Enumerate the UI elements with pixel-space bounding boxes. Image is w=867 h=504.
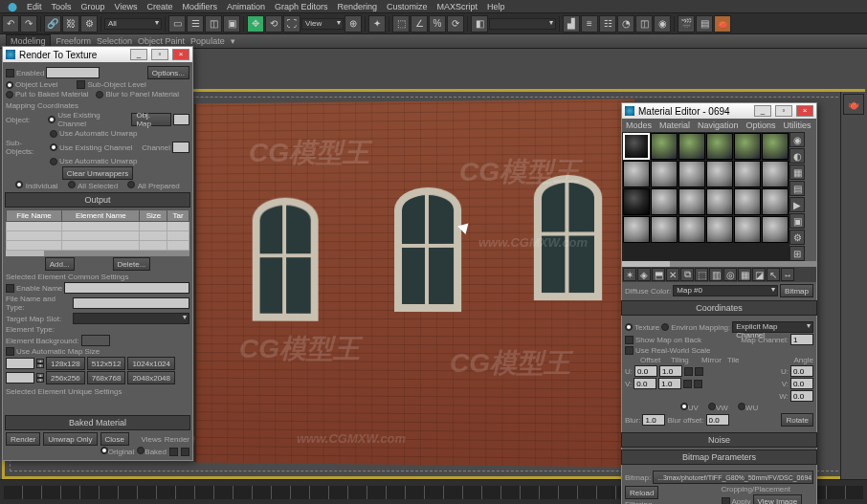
named-sel-button[interactable]: ◧ (471, 15, 488, 33)
blur-input[interactable] (642, 414, 665, 426)
maximize-button[interactable]: ▫ (151, 49, 168, 60)
mat-menu-opt[interactable]: Options (746, 121, 776, 130)
pivot-button[interactable]: ⊕ (345, 15, 362, 33)
clear-button[interactable]: Clear Unwrappers (62, 166, 133, 180)
menu-modifiers[interactable]: Modifiers (182, 2, 217, 11)
render-check[interactable] (181, 448, 189, 456)
views-check[interactable] (169, 448, 178, 456)
unlink-button[interactable]: ⛓ (62, 15, 79, 33)
menu-graph[interactable]: Graph Editors (275, 2, 328, 11)
baked-radio[interactable] (6, 91, 13, 99)
render-button[interactable]: Render (6, 432, 40, 446)
u-mirror-check[interactable] (684, 367, 693, 376)
render-frame-button[interactable]: ▤ (696, 15, 713, 33)
material-slot[interactable] (734, 133, 761, 160)
menu-edit[interactable]: Edit (27, 2, 42, 11)
ribbon-selection[interactable]: Selection (97, 36, 132, 46)
ribbon-freeform[interactable]: Freeform (56, 36, 92, 46)
mat-menu-material[interactable]: Material (659, 121, 690, 130)
reset-button[interactable]: ✕ (666, 268, 679, 281)
material-slot[interactable] (623, 216, 650, 243)
file-input[interactable] (73, 297, 189, 309)
col-tar[interactable]: Tar (167, 210, 189, 222)
named-sel-dropdown[interactable] (489, 18, 556, 30)
material-slot[interactable] (706, 161, 733, 187)
material-slot[interactable] (651, 216, 678, 243)
ribbon-expand-icon[interactable]: ▾ (231, 36, 235, 46)
sz1-button[interactable]: 128x128 (46, 357, 85, 370)
material-button[interactable]: ◉ (654, 15, 671, 33)
sub-exist-radio[interactable] (50, 143, 57, 151)
bitmap-header[interactable]: Bitmap Parameters (621, 449, 817, 465)
align-button[interactable]: ≡ (581, 15, 598, 33)
menu-customize[interactable]: Customize (387, 2, 428, 11)
rotate-button[interactable]: Rotate (781, 413, 813, 427)
material-slot[interactable] (678, 188, 705, 215)
get-material-button[interactable]: ✶ (623, 268, 636, 281)
options-button[interactable]: Options... (147, 66, 189, 79)
sz6-button[interactable]: 2048x2048 (127, 371, 175, 384)
target-dropdown[interactable] (73, 313, 189, 324)
put-library-button[interactable]: ▥ (709, 268, 722, 281)
scale-button[interactable]: ⛶ (283, 15, 300, 33)
material-slot[interactable] (678, 161, 705, 187)
enable-check[interactable] (6, 284, 14, 293)
view-button[interactable]: View Image (753, 494, 803, 504)
preview-button[interactable]: ▣ (789, 213, 805, 229)
col-size[interactable]: Size (140, 210, 167, 222)
put-scene-button[interactable]: ◈ (637, 268, 651, 281)
rtt-titlebar[interactable]: Render To Texture _ ▫ × (3, 47, 192, 62)
material-slot[interactable] (623, 133, 650, 160)
v-til-input[interactable] (658, 378, 681, 389)
manip-button[interactable]: ✦ (368, 15, 386, 33)
width-input[interactable] (6, 358, 34, 369)
video-check-button[interactable]: ▶ (789, 197, 805, 212)
blur-radio[interactable] (96, 91, 103, 99)
main-menu[interactable]: ⬤ Edit Tools Group Views Create Modifier… (0, 0, 867, 13)
backlight-button[interactable]: ◐ (789, 148, 805, 164)
show-result-button[interactable]: ◪ (752, 268, 766, 281)
assign-button[interactable]: ⬒ (652, 268, 665, 281)
material-slot[interactable] (678, 216, 705, 243)
vw-radio[interactable] (708, 403, 716, 410)
mirror-button[interactable]: ▟ (563, 15, 580, 33)
auto-sz-check[interactable] (6, 347, 14, 356)
sz4-button[interactable]: 256x256 (46, 371, 85, 384)
mat-menu-util[interactable]: Utilities (784, 121, 811, 130)
mapping-dropdown[interactable]: Explicit Map Channel (732, 321, 813, 333)
v-off-input[interactable] (634, 378, 656, 389)
obj-level-radio[interactable] (6, 81, 13, 89)
output-table[interactable]: File NameElement NameSizeTar (6, 209, 189, 251)
app-icon[interactable]: ⬤ (8, 2, 17, 11)
bitmap-path-button[interactable]: ...3max/photoref/TIFF_G80%_50mm/FV/DSC_0… (653, 471, 813, 484)
window-crossing-button[interactable]: ▣ (223, 15, 240, 33)
output-header[interactable]: Output (5, 192, 190, 208)
close-button[interactable]: Close (100, 432, 129, 446)
menu-tools[interactable]: Tools (52, 2, 72, 11)
layers-button[interactable]: ☷ (599, 15, 616, 33)
mapchn-input[interactable] (790, 334, 813, 345)
material-slot[interactable] (762, 161, 789, 187)
v-tile-check[interactable] (694, 380, 702, 388)
u-ang-input[interactable] (790, 365, 813, 377)
material-slot[interactable] (762, 133, 789, 160)
menu-render[interactable]: Rendering (338, 2, 378, 11)
col-filename[interactable]: File Name (7, 210, 62, 222)
material-slot[interactable] (651, 188, 678, 215)
background-button[interactable]: ▦ (789, 164, 805, 180)
render-button[interactable]: 🫖 (714, 15, 731, 33)
sz3-button[interactable]: 1024x1024 (127, 357, 175, 370)
effects-button[interactable]: ◎ (723, 268, 737, 281)
slots-hscroll[interactable] (622, 261, 816, 267)
close-button[interactable]: × (796, 105, 813, 117)
material-slots[interactable] (622, 132, 789, 261)
enabled-check[interactable] (6, 69, 14, 77)
mat-menu-modes[interactable]: Modes (626, 121, 652, 130)
material-slot[interactable] (651, 161, 678, 187)
noise-header[interactable]: Noise (621, 432, 817, 448)
sz2-button[interactable]: 512x512 (87, 357, 126, 370)
environ-radio[interactable] (661, 323, 669, 331)
selection-filter-dropdown[interactable]: All (104, 18, 162, 30)
sample-uv-button[interactable]: ▤ (789, 181, 805, 196)
menu-views[interactable]: Views (115, 2, 138, 11)
